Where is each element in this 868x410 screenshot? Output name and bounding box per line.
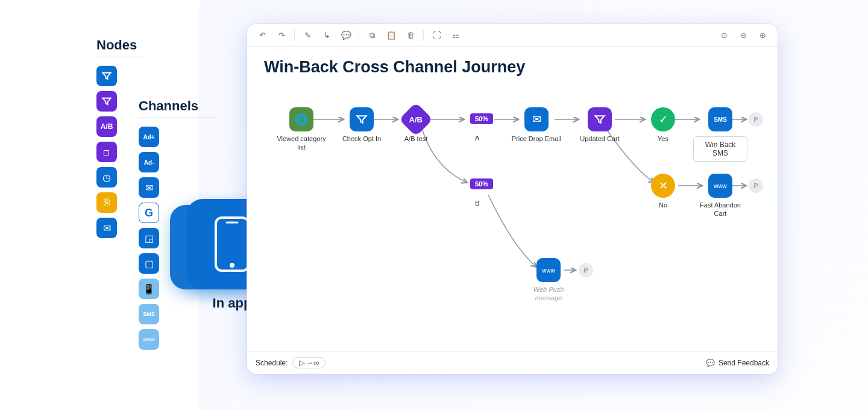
channel-chip-ads-remove[interactable]: Ad- <box>139 152 159 172</box>
nodes-title: Nodes <box>96 37 145 53</box>
web-push-icon: www <box>536 258 561 282</box>
journey-canvas-window: ↶ ↷ ✎ ↳ 💬 ⧉ 📋 🗑 ⛶ ⚏ ⊙ ⊖ ⊕ Win-Back Cross… <box>247 24 778 374</box>
branch-a-pill: 50% <box>470 113 493 124</box>
channel-chip-sms[interactable]: SMS <box>139 304 159 324</box>
channel-chip-mobile-push[interactable]: 📱 <box>139 279 159 299</box>
branch-b-label: B <box>475 200 479 208</box>
node-chip-wait[interactable]: ◷ <box>96 167 117 188</box>
svg-rect-0 <box>216 218 248 271</box>
chat-icon: 💬 <box>706 359 715 367</box>
divider <box>96 57 145 57</box>
node-web-push[interactable]: www Web Push message <box>521 258 576 303</box>
globe-icon: 🌐 <box>289 107 313 131</box>
nodes-section: Nodes A/B◇◷⎘✉ <box>96 37 145 238</box>
win-back-sms-button[interactable]: Win Back SMS <box>693 136 747 162</box>
copy-button[interactable]: ⧉ <box>363 27 381 44</box>
schedule-label: Schedule: <box>256 359 288 367</box>
x-icon: ✕ <box>651 174 675 198</box>
redo-button[interactable]: ↷ <box>272 27 291 44</box>
channel-chip-in-app[interactable]: ▢ <box>139 253 159 274</box>
node-price-email[interactable]: ✉ Price Drop Email <box>509 107 564 144</box>
channels-title: Channels <box>139 98 217 114</box>
node-chip-filter[interactable] <box>96 66 117 86</box>
distribute-button[interactable]: ⚏ <box>447 27 465 44</box>
node-win-sms[interactable]: SMS Win Back SMS <box>693 107 747 162</box>
email-icon: ✉ <box>524 107 549 131</box>
channel-chip-email-send[interactable]: ✉ <box>139 177 159 198</box>
node-updated-cart[interactable]: Updated Cart <box>573 107 627 144</box>
undo-button[interactable]: ↶ <box>253 27 271 44</box>
divider <box>139 118 217 118</box>
send-feedback-button[interactable]: 💬 Send Feedback <box>706 359 769 367</box>
toolbar: ↶ ↷ ✎ ↳ 💬 ⧉ 📋 🗑 ⛶ ⚏ ⊙ ⊖ ⊕ <box>247 24 778 47</box>
node-chip-email-check[interactable]: ✉ <box>96 218 117 238</box>
canvas-area[interactable]: Win-Back Cross Channel Journey 🌐 Viewed … <box>247 47 778 348</box>
ab-test-icon: A/B <box>399 102 433 137</box>
zoom-out-button[interactable]: ⊖ <box>734 27 752 44</box>
schedule-button[interactable]: ▷→∞ <box>292 357 326 368</box>
node-chip-filter-alt[interactable] <box>96 91 117 112</box>
edit-button[interactable]: ✎ <box>298 27 316 44</box>
placeholder-icon[interactable]: P <box>579 263 593 277</box>
node-chip-ab-test[interactable]: A/B <box>96 116 117 137</box>
placeholder-icon[interactable]: P <box>749 178 763 193</box>
node-no[interactable]: ✕ No <box>636 174 690 210</box>
branch-a-label: A <box>475 134 479 143</box>
paste-button[interactable]: 📋 <box>382 27 400 44</box>
node-chip-exit[interactable]: ⎘ <box>96 192 117 213</box>
node-ab-test[interactable]: A/B A/B test <box>389 107 443 144</box>
channel-chip-web-push[interactable]: www <box>139 329 159 350</box>
branch-b-pill: 50% <box>470 178 493 189</box>
zoom-fit-button[interactable]: ⊙ <box>715 27 733 44</box>
check-icon: ✓ <box>651 107 675 131</box>
filter-icon <box>588 107 612 131</box>
auto-layout-button[interactable]: ⛶ <box>427 27 445 44</box>
connector-button[interactable]: ↳ <box>318 27 336 44</box>
in-app-label: In app <box>213 295 252 311</box>
comment-button[interactable]: 💬 <box>337 27 355 44</box>
canvas-footer: Schedule: ▷→∞ 💬 Send Feedback <box>247 351 778 374</box>
delete-button[interactable]: 🗑 <box>401 27 420 44</box>
placeholder-icon[interactable]: P <box>749 112 763 127</box>
channel-chip-push[interactable]: ◲ <box>139 228 159 248</box>
svg-point-1 <box>230 263 234 268</box>
node-chip-wait-until[interactable]: ◇ <box>96 142 117 162</box>
zoom-in-button[interactable]: ⊕ <box>753 27 772 44</box>
node-check-optin[interactable]: Check Opt In <box>335 107 389 144</box>
channel-chip-ads-add[interactable]: Ad+ <box>139 127 159 147</box>
node-start[interactable]: 🌐 Viewed category list <box>274 107 329 152</box>
sms-icon: SMS <box>708 107 732 131</box>
filter-icon <box>350 107 374 131</box>
web-icon: www <box>708 174 732 198</box>
node-yes[interactable]: ✓ Yes <box>636 107 690 144</box>
node-fast-cart[interactable]: www Fast Abandon Cart <box>693 174 747 218</box>
channel-chip-google[interactable]: G <box>139 203 159 223</box>
